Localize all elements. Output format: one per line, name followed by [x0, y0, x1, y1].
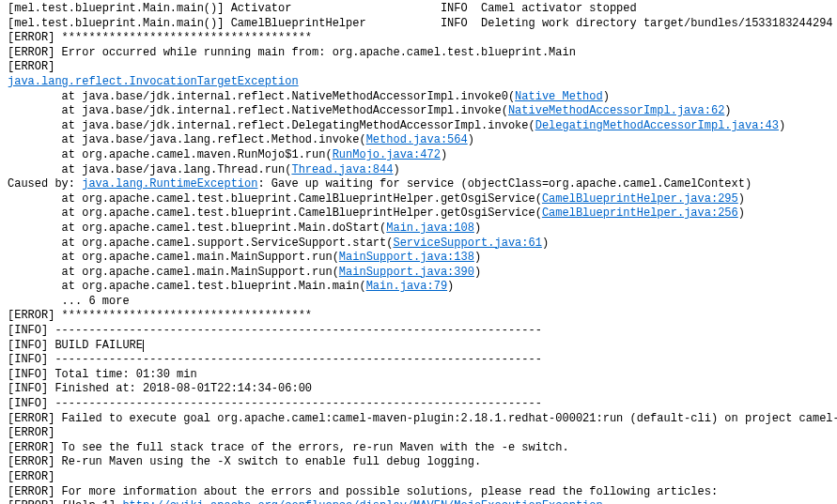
source-link[interactable]: RunMojo.java:472 [333, 148, 441, 161]
exception-link[interactable]: java.lang.reflect.InvocationTargetExcept… [8, 75, 299, 88]
log-line: [mel.test.blueprint.Main.main()] Activat… [8, 2, 829, 17]
log-line: [ERROR] ********************************… [8, 309, 829, 324]
stack-trace-line: at org.apache.camel.main.MainSupport.run… [8, 251, 829, 266]
log-line: [ERROR] For more information about the e… [8, 485, 829, 500]
source-link[interactable]: Thread.java:844 [291, 163, 393, 176]
stack-trace-line: at org.apache.camel.test.blueprint.Camel… [8, 206, 829, 221]
log-line: [ERROR] Re-run Maven using the -X switch… [8, 455, 829, 470]
log-line: ... 6 more [8, 295, 829, 310]
exception-link[interactable]: java.lang.RuntimeException [82, 177, 257, 191]
source-link[interactable]: CamelBlueprintHelper.java:256 [542, 206, 738, 220]
log-line: [ERROR] Failed to execute goal org.apach… [8, 412, 829, 427]
log-line: [ERROR] [8, 470, 829, 485]
log-line: [ERROR] Error occurred while running mai… [8, 46, 829, 61]
stack-trace-line: at org.apache.camel.test.blueprint.Main.… [8, 280, 829, 295]
log-line: [ERROR] [Help 1] http://cwiki.apache.org… [8, 499, 829, 504]
log-line: [ERROR] [8, 60, 829, 75]
stack-trace-line: at org.apache.camel.main.MainSupport.run… [8, 266, 829, 281]
source-link[interactable]: Native Method [515, 90, 603, 103]
log-line: [INFO] Finished at: 2018-08-01T22:14:34-… [8, 382, 829, 397]
source-link[interactable]: MainSupport.java:138 [339, 251, 474, 264]
stack-trace-line: at java.base/java.lang.reflect.Method.in… [8, 133, 829, 148]
stack-trace-line: at java.base/jdk.internal.reflect.Native… [8, 104, 829, 119]
log-line: [INFO] ---------------------------------… [8, 324, 829, 339]
log-line: [ERROR] [8, 426, 829, 441]
stack-trace-line: at org.apache.camel.test.blueprint.Main.… [8, 221, 829, 237]
log-line: [ERROR] To see the full stack trace of t… [8, 441, 829, 456]
source-link[interactable]: DelegatingMethodAccessorImpl.java:43 [535, 119, 779, 132]
build-failure-line: [INFO] BUILD FAILURE [8, 339, 829, 354]
console-output: [mel.test.blueprint.Main.main()] Activat… [8, 2, 829, 504]
log-line: java.lang.reflect.InvocationTargetExcept… [8, 75, 829, 90]
stack-trace-line: at java.base/jdk.internal.reflect.Native… [8, 90, 829, 105]
log-line: [ERROR] ********************************… [8, 31, 829, 46]
source-link[interactable]: Main.java:108 [386, 221, 474, 235]
log-line: [INFO] ---------------------------------… [8, 353, 829, 368]
stack-trace-line: at java.base/java.lang.Thread.run(Thread… [8, 163, 829, 178]
text-cursor [143, 340, 144, 352]
caused-by-line: Caused by: java.lang.RuntimeException: G… [8, 177, 829, 192]
stack-trace-line: at org.apache.camel.maven.RunMojo$1.run(… [8, 148, 829, 163]
source-link[interactable]: CamelBlueprintHelper.java:295 [542, 192, 738, 206]
help-link[interactable]: http://cwiki.apache.org/confluence/displ… [122, 499, 602, 504]
stack-trace-line: at org.apache.camel.test.blueprint.Camel… [8, 192, 829, 207]
log-line: [INFO] Total time: 01:30 min [8, 368, 829, 383]
stack-trace-line: at java.base/jdk.internal.reflect.Delega… [8, 119, 829, 134]
source-link[interactable]: ServiceSupport.java:61 [393, 237, 541, 250]
stack-trace-line: at org.apache.camel.support.ServiceSuppo… [8, 237, 829, 252]
source-link[interactable]: NativeMethodAccessorImpl.java:62 [508, 104, 724, 117]
log-line: [INFO] ---------------------------------… [8, 397, 829, 412]
source-link[interactable]: Method.java:564 [366, 133, 468, 146]
source-link[interactable]: Main.java:79 [366, 280, 447, 293]
source-link[interactable]: MainSupport.java:390 [339, 266, 474, 279]
log-line: [mel.test.blueprint.Main.main()] CamelBl… [8, 17, 829, 32]
